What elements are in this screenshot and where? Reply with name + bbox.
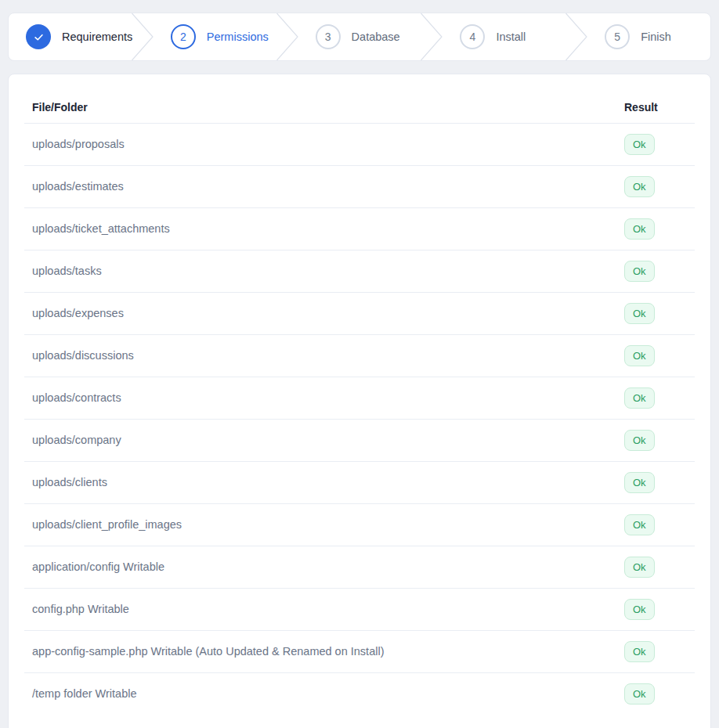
step-number: 2 bbox=[180, 31, 186, 43]
result-ok-badge: Ok bbox=[624, 557, 655, 578]
result-cell: Ok bbox=[616, 166, 695, 208]
result-cell: Ok bbox=[616, 462, 695, 504]
step-circle: 2 bbox=[171, 24, 196, 49]
file-folder-cell: uploads/contracts bbox=[24, 377, 616, 420]
file-folder-cell: application/config Writable bbox=[24, 546, 616, 589]
step-label: Database bbox=[352, 31, 400, 43]
step-label: Finish bbox=[641, 31, 671, 43]
result-cell: Ok bbox=[616, 546, 695, 589]
permissions-table-wrap: File/Folder Result uploads/proposals Ok … bbox=[9, 74, 710, 728]
result-cell: Ok bbox=[616, 504, 695, 546]
result-cell: Ok bbox=[616, 335, 695, 377]
step-requirements: Requirements bbox=[9, 13, 132, 60]
result-ok-badge: Ok bbox=[624, 599, 655, 620]
result-ok-badge: Ok bbox=[624, 134, 655, 155]
step-circle bbox=[26, 24, 51, 49]
table-row: uploads/expenses Ok bbox=[24, 293, 695, 335]
table-row: app-config-sample.php Writable (Auto Upd… bbox=[24, 631, 695, 673]
result-cell: Ok bbox=[616, 589, 695, 631]
result-cell: Ok bbox=[616, 377, 695, 420]
file-folder-cell: uploads/company bbox=[24, 420, 616, 462]
result-ok-badge: Ok bbox=[624, 430, 655, 451]
table-row: uploads/contracts Ok bbox=[24, 377, 695, 420]
step-label: Permissions bbox=[207, 31, 269, 43]
column-header-result: Result bbox=[616, 93, 695, 124]
table-row: uploads/estimates Ok bbox=[24, 166, 695, 208]
table-row: uploads/company Ok bbox=[24, 420, 695, 462]
chevron-separator-icon bbox=[421, 13, 443, 60]
permissions-table: File/Folder Result uploads/proposals Ok … bbox=[24, 93, 695, 715]
file-folder-cell: /temp folder Writable bbox=[24, 673, 616, 715]
step-database: 3 Database bbox=[298, 13, 421, 60]
result-ok-badge: Ok bbox=[624, 218, 655, 240]
result-ok-badge: Ok bbox=[624, 387, 655, 409]
table-row: uploads/proposals Ok bbox=[24, 124, 695, 166]
setup-wizard-stepper: Requirements 2 Permissions 3 Database bbox=[8, 13, 711, 61]
table-header-row: File/Folder Result bbox=[24, 93, 695, 124]
step-permissions: 2 Permissions bbox=[154, 13, 276, 60]
table-row: config.php Writable Ok bbox=[24, 589, 695, 631]
column-header-file-folder: File/Folder bbox=[24, 93, 616, 124]
step-label: Requirements bbox=[62, 31, 132, 43]
result-ok-badge: Ok bbox=[624, 345, 655, 366]
result-ok-badge: Ok bbox=[624, 683, 655, 705]
table-row: /temp folder Writable Ok bbox=[24, 673, 695, 715]
step-install: 4 Install bbox=[443, 13, 565, 60]
file-folder-cell: uploads/discussions bbox=[24, 335, 616, 377]
result-cell: Ok bbox=[616, 250, 695, 293]
result-ok-badge: Ok bbox=[624, 472, 655, 493]
result-ok-badge: Ok bbox=[624, 176, 655, 197]
file-folder-cell: uploads/ticket_attachments bbox=[24, 208, 616, 250]
table-row: uploads/ticket_attachments Ok bbox=[24, 208, 695, 250]
result-ok-badge: Ok bbox=[624, 261, 655, 282]
table-row: uploads/client_profile_images Ok bbox=[24, 504, 695, 546]
table-row: uploads/tasks Ok bbox=[24, 250, 695, 293]
chevron-separator-icon bbox=[565, 13, 587, 60]
result-cell: Ok bbox=[616, 124, 695, 166]
table-row: application/config Writable Ok bbox=[24, 546, 695, 589]
result-cell: Ok bbox=[616, 208, 695, 250]
table-row: uploads/discussions Ok bbox=[24, 335, 695, 377]
result-cell: Ok bbox=[616, 673, 695, 715]
file-folder-cell: app-config-sample.php Writable (Auto Upd… bbox=[24, 631, 616, 673]
table-row: uploads/clients Ok bbox=[24, 462, 695, 504]
chevron-separator-icon bbox=[276, 13, 298, 60]
step-finish: 5 Finish bbox=[587, 13, 710, 60]
result-ok-badge: Ok bbox=[624, 641, 655, 662]
step-number: 4 bbox=[469, 31, 475, 43]
result-cell: Ok bbox=[616, 420, 695, 462]
file-folder-cell: uploads/estimates bbox=[24, 166, 616, 208]
step-label: Install bbox=[496, 31, 526, 43]
step-circle: 3 bbox=[316, 24, 341, 49]
file-folder-cell: uploads/clients bbox=[24, 462, 616, 504]
permissions-check-card: File/Folder Result uploads/proposals Ok … bbox=[8, 74, 711, 728]
step-number: 5 bbox=[614, 31, 620, 43]
step-circle: 5 bbox=[605, 24, 630, 49]
step-circle: 4 bbox=[460, 24, 485, 49]
step-number: 3 bbox=[325, 31, 331, 43]
file-folder-cell: config.php Writable bbox=[24, 589, 616, 631]
chevron-separator-icon bbox=[132, 13, 154, 60]
file-folder-cell: uploads/proposals bbox=[24, 124, 616, 166]
file-folder-cell: uploads/expenses bbox=[24, 293, 616, 335]
result-ok-badge: Ok bbox=[624, 514, 655, 535]
result-ok-badge: Ok bbox=[624, 303, 655, 324]
result-cell: Ok bbox=[616, 293, 695, 335]
file-folder-cell: uploads/client_profile_images bbox=[24, 504, 616, 546]
check-icon bbox=[33, 31, 45, 43]
file-folder-cell: uploads/tasks bbox=[24, 250, 616, 293]
result-cell: Ok bbox=[616, 631, 695, 673]
